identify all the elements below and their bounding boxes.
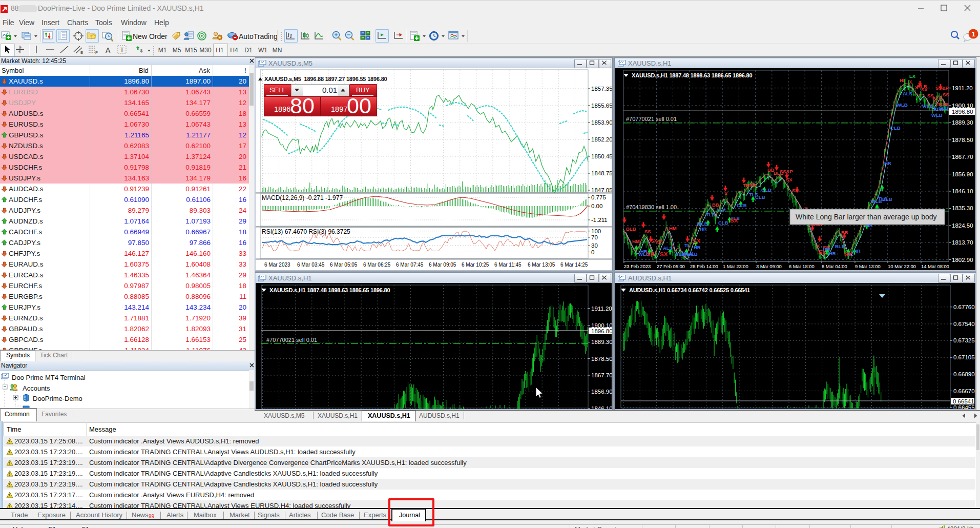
svg-text:0.66541: 0.66541 — [953, 398, 974, 404]
svg-text:ALS: ALS — [716, 208, 726, 213]
svg-text:1867.70: 1867.70 — [952, 154, 973, 160]
svg-text:HM: HM — [632, 238, 640, 244]
svg-text:6 Mar 14:25: 6 Mar 14:25 — [560, 262, 588, 268]
svg-text:TL: TL — [684, 242, 691, 248]
svg-text:6 Mar 09:05: 6 Mar 09:05 — [429, 262, 456, 268]
svg-text:23 Feb 2023: 23 Feb 2023 — [624, 263, 651, 269]
svg-text:SS&P: SS&P — [935, 85, 949, 91]
svg-text:HI: HI — [900, 77, 905, 83]
svg-text:BLB: BLB — [939, 105, 949, 111]
svg-text:TLS: TLS — [706, 212, 715, 217]
svg-text:CLB: CLB — [761, 187, 772, 193]
svg-text:0.775: 0.775 — [591, 194, 606, 200]
svg-text:1848.75: 1848.75 — [591, 170, 612, 176]
svg-text:SS: SS — [943, 92, 949, 97]
svg-text:HR: HR — [700, 226, 707, 232]
svg-text:BLB: BLB — [917, 84, 927, 89]
svg-text:X: X — [909, 79, 912, 85]
svg-text:HR: HR — [640, 249, 648, 254]
svg-text:1813.70: 1813.70 — [952, 239, 973, 246]
svg-text:SX: SX — [844, 251, 852, 257]
svg-text:HM: HM — [669, 226, 677, 231]
svg-text:ALS: ALS — [663, 245, 673, 251]
svg-text:6 Mar 10:25: 6 Mar 10:25 — [462, 262, 489, 268]
svg-text:1853.90: 1853.90 — [591, 119, 612, 126]
svg-text:SS: SS — [644, 229, 651, 234]
svg-text:100: 100 — [591, 228, 601, 234]
svg-text:SX: SX — [786, 177, 793, 182]
svg-text:0.67760: 0.67760 — [953, 304, 975, 310]
svg-text:XAUUSD.s,H1 1887.48 1898.63 1: XAUUSD.s,H1 1887.48 1898.63 1886.65 1896… — [269, 287, 390, 293]
svg-text:6 Mar 03:45: 6 Mar 03:45 — [297, 262, 325, 268]
svg-text:6 Mar 18:00: 6 Mar 18:00 — [789, 263, 815, 269]
svg-text:1867.70: 1867.70 — [591, 372, 612, 378]
svg-text:BLB: BLB — [932, 96, 943, 101]
svg-text:BLB: BLB — [882, 196, 892, 202]
svg-text:HR: HR — [694, 245, 701, 250]
svg-text:70: 70 — [591, 234, 598, 240]
svg-text:0.00: 0.00 — [591, 203, 602, 209]
svg-text:1889.30: 1889.30 — [952, 119, 973, 126]
svg-text:1: 1 — [971, 30, 975, 38]
svg-text:CLB: CLB — [890, 125, 901, 131]
svg-text:SX: SX — [647, 251, 655, 257]
svg-text:6 Mar 06:25: 6 Mar 06:25 — [363, 262, 391, 268]
svg-text:TBSB: TBSB — [743, 182, 756, 188]
svg-text:F: F — [95, 50, 98, 54]
svg-text:0.67540: 0.67540 — [953, 321, 975, 327]
svg-text:SX: SX — [693, 238, 701, 244]
svg-text:1878.50: 1878.50 — [952, 137, 973, 143]
svg-text:0.67105: 0.67105 — [953, 354, 975, 360]
svg-text:9 Mar 13:00: 9 Mar 13:00 — [855, 263, 881, 269]
svg-text:SS: SS — [657, 239, 663, 245]
svg-text:WLB: WLB — [896, 102, 908, 108]
svg-text:MACD(12,26,9) -0.271 -1.977: MACD(12,26,9) -0.271 -1.977 — [262, 194, 343, 201]
svg-text:White Long Bar larger than ave: White Long Bar larger than average up bo… — [796, 213, 937, 221]
svg-text:XAUUSD.s,H1 1887.48 1898.63 1: XAUUSD.s,H1 1887.48 1898.63 1886.65 1896… — [632, 72, 752, 78]
svg-text:WLB: WLB — [697, 221, 708, 227]
svg-text:BB: BB — [712, 202, 719, 208]
svg-text:WLB: WLB — [922, 103, 933, 109]
svg-text:ALS: ALS — [903, 91, 912, 96]
svg-text:1896.80: 1896.80 — [952, 109, 973, 115]
svg-text:T: T — [120, 47, 124, 53]
svg-text:HR: HR — [853, 248, 861, 254]
svg-text:SX: SX — [730, 217, 738, 224]
svg-text:WLB: WLB — [871, 198, 882, 204]
svg-text:1824.50: 1824.50 — [952, 222, 973, 229]
svg-text:1802.90: 1802.90 — [952, 257, 973, 263]
svg-text:1856.90: 1856.90 — [952, 171, 973, 177]
svg-text:RSI(13) 67.4670 RSI(3) 96.372: RSI(13) 67.4670 RSI(3) 96.3725 — [262, 228, 350, 235]
svg-text:1878.50: 1878.50 — [591, 356, 612, 362]
svg-text:30: 30 — [591, 242, 598, 249]
svg-text:BB: BB — [841, 230, 848, 235]
svg-text:1850.45: 1850.45 — [591, 153, 612, 159]
svg-text:28 Feb 14:00: 28 Feb 14:00 — [690, 263, 718, 269]
svg-text:HM: HM — [823, 246, 830, 252]
svg-text:CLB: CLB — [718, 220, 728, 226]
svg-text:1852.20: 1852.20 — [591, 136, 612, 143]
svg-text:10 Mar 22:00: 10 Mar 22:00 — [888, 263, 916, 269]
svg-text:1911.20: 1911.20 — [591, 306, 612, 312]
svg-text:27 Feb 05:00: 27 Feb 05:00 — [657, 263, 685, 269]
svg-text:BLB: BLB — [626, 226, 636, 232]
svg-text:E: E — [80, 50, 83, 54]
svg-text:14 Mar 08:00: 14 Mar 08:00 — [921, 263, 949, 269]
svg-text:#70770021 sell 0.01: #70770021 sell 0.01 — [626, 116, 677, 122]
svg-text:LX: LX — [909, 73, 916, 79]
svg-text:6 Mar 13:05: 6 Mar 13:05 — [528, 262, 555, 268]
svg-text:CLB: CLB — [737, 202, 747, 208]
svg-text:AUDUSD.s,H1 0.66734 0.66742 0: AUDUSD.s,H1 0.66734 0.66742 0.66525 0.66… — [629, 287, 750, 293]
svg-text:1855.65: 1855.65 — [591, 103, 612, 109]
svg-text:1847.05: 1847.05 — [591, 187, 612, 193]
svg-text:1846.10: 1846.10 — [952, 188, 973, 194]
svg-text:1857.35: 1857.35 — [591, 86, 612, 92]
svg-text:0.66455: 0.66455 — [953, 404, 975, 409]
svg-text:BLB: BLB — [835, 243, 845, 249]
svg-text:1 Mar 23:00: 1 Mar 23:00 — [723, 263, 748, 269]
svg-text:0: 0 — [591, 249, 594, 255]
svg-text:0.67325: 0.67325 — [953, 337, 975, 343]
svg-text:HR: HR — [884, 160, 891, 166]
svg-text:SX: SX — [660, 251, 668, 257]
svg-text:1896.80: 1896.80 — [591, 328, 612, 334]
